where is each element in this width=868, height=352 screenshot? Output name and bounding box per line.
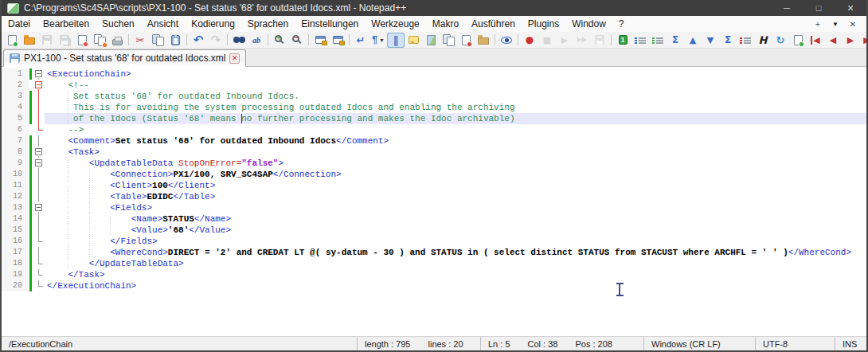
code-line[interactable]: 4 This is for avoiding the system proces… — [2, 102, 866, 113]
copy-icon[interactable] — [149, 33, 166, 48]
close-button[interactable]: ✕ — [835, 0, 866, 16]
result-flag-icon[interactable]: 1 — [614, 33, 631, 48]
code-text[interactable]: </ExecutionChain> — [45, 280, 866, 291]
redo-icon[interactable]: ↷ — [207, 33, 225, 48]
code-line[interactable]: 12 <Table>EDIDC</Table> — [2, 191, 866, 202]
close-tab-button[interactable]: ✕ — [846, 20, 860, 29]
document-list-icon[interactable] — [440, 33, 457, 48]
code-text[interactable]: --> — [45, 124, 866, 135]
list-green-icon[interactable] — [649, 33, 667, 48]
undo-icon[interactable]: ↶ — [190, 33, 207, 48]
code-text[interactable]: </Task> — [45, 269, 866, 280]
code-line[interactable]: 9 <UpdateTableData StopOnError="false"> — [2, 158, 866, 169]
cut-icon[interactable]: ✂ — [131, 33, 149, 48]
menu-item-makro[interactable]: Makro — [426, 16, 465, 32]
menu-item-window[interactable]: Window — [565, 16, 612, 32]
code-text[interactable]: <Connection>PX1/100, SRV_SC4SAP</Connect… — [45, 169, 866, 180]
new-tab-button[interactable]: + — [811, 20, 825, 29]
macro-save-icon[interactable] — [591, 33, 608, 48]
fold-marker[interactable] — [33, 158, 45, 169]
fold-marker[interactable] — [33, 68, 45, 80]
list-red-icon[interactable] — [737, 33, 754, 48]
code-line[interactable]: 15 <Value>'68'</Value> — [2, 225, 866, 236]
status-eol-format[interactable]: Windows (CR LF) — [643, 337, 755, 350]
code-line[interactable]: 17 <WhereCond>DIRECT = '2' and CREDAT LT… — [2, 247, 866, 258]
show-all-characters-icon[interactable]: ¶▼ — [369, 33, 387, 48]
folder-workspace-icon[interactable] — [475, 33, 492, 48]
status-insert-mode[interactable]: INS — [835, 337, 866, 350]
print-icon[interactable] — [108, 33, 126, 48]
close-all-icon[interactable] — [91, 33, 108, 48]
replace-icon[interactable]: ab — [248, 33, 265, 48]
menu-item-werkzeuge[interactable]: Werkzeuge — [365, 16, 425, 32]
indent-guide-icon[interactable]: ∥ — [387, 33, 405, 48]
menu-item-suchen[interactable]: Suchen — [96, 16, 141, 32]
code-text[interactable]: of the Idocs (Status '68' means no furth… — [45, 113, 866, 124]
function-list-icon[interactable] — [457, 33, 475, 48]
code-line[interactable]: 6 --> — [2, 124, 866, 135]
nav-next-icon[interactable]: ▶ — [842, 33, 859, 48]
align-bottom-icon[interactable]: Σ — [719, 33, 737, 48]
paste-icon[interactable] — [166, 33, 184, 48]
macro-stop-icon[interactable]: ■ — [538, 33, 556, 48]
macro-run-multi-icon[interactable]: ▶▶ — [573, 33, 591, 48]
restore-session-icon[interactable] — [311, 33, 329, 48]
code-text[interactable]: <Task> — [45, 147, 866, 158]
code-line[interactable]: 1<ExecutionChain> — [2, 68, 866, 80]
move-up-icon[interactable]: ▲ — [684, 33, 702, 48]
xml-refresh-icon[interactable]: ↻ — [772, 33, 789, 48]
menu-item-sprachen[interactable]: Sprachen — [241, 16, 295, 32]
code-text[interactable]: <Comment>Set status '68' for outdated In… — [45, 135, 866, 147]
code-line[interactable]: 13 <Fields> — [2, 202, 866, 213]
code-text[interactable]: <WhereCond>DIRECT = '2' and CREDAT LT @(… — [45, 247, 866, 258]
new-file-icon[interactable] — [3, 33, 21, 48]
zoom-out-icon[interactable]: − — [288, 33, 306, 48]
document-map-icon[interactable] — [422, 33, 440, 48]
code-text[interactable]: </Fields> — [45, 236, 866, 247]
menu-item-einstellungen[interactable]: Einstellungen — [295, 16, 365, 32]
nav-prev-icon[interactable]: ◀ — [824, 33, 842, 48]
code-area[interactable]: 1<ExecutionChain>2 <!--3 Set status '68'… — [2, 67, 866, 336]
tab-active[interactable]: PX1-100 - Set status '68' for outdated I… — [3, 49, 246, 67]
code-line[interactable]: 14 <Name>STATUS</Name> — [2, 213, 866, 225]
code-text[interactable]: Set status '68' for outdated Inbound Ido… — [45, 91, 866, 102]
code-text[interactable]: <Value>'68'</Value> — [45, 225, 866, 236]
code-text[interactable]: <ExecutionChain> — [45, 68, 866, 80]
code-text[interactable]: <Name>STATUS</Name> — [45, 213, 866, 225]
code-text[interactable]: <!-- — [45, 80, 866, 91]
code-line[interactable]: 7 <Comment>Set status '68' for outdated … — [2, 135, 866, 147]
macro-record-icon[interactable]: ● — [521, 33, 538, 48]
code-line[interactable]: 5 of the Idocs (Status '68' means no fur… — [2, 113, 866, 124]
menu-item-kodierung[interactable]: Kodierung — [185, 16, 241, 32]
user-dialog-icon[interactable] — [405, 33, 422, 48]
code-line[interactable]: 20</ExecutionChain> — [2, 280, 866, 291]
move-down-icon[interactable]: ▼ — [702, 33, 719, 48]
status-encoding[interactable]: UTF-8 — [755, 337, 835, 350]
zoom-in-icon[interactable]: + — [271, 33, 288, 48]
code-text[interactable]: <Client>100</Client> — [45, 180, 866, 191]
code-line[interactable]: 11 <Client>100</Client> — [2, 180, 866, 191]
code-line[interactable]: 2 <!-- — [2, 80, 866, 91]
code-line[interactable]: 19 </Task> — [2, 269, 866, 280]
align-top-icon[interactable]: Σ — [667, 33, 684, 48]
macro-play-icon[interactable]: ▶ — [556, 33, 573, 48]
word-wrap-icon[interactable]: ↵ — [352, 33, 369, 48]
code-text[interactable]: </UpdateTableData> — [45, 258, 866, 269]
close-file-icon[interactable] — [73, 33, 91, 48]
menu-item-hilfe[interactable]: ? — [612, 16, 631, 32]
find-icon[interactable] — [230, 33, 248, 48]
tab-list-button[interactable]: ▼ — [828, 21, 843, 28]
code-text[interactable]: <Table>EDIDC</Table> — [45, 191, 866, 202]
file-monitoring-icon[interactable] — [498, 33, 515, 48]
code-line[interactable]: 10 <Connection>PX1/100, SRV_SC4SAP</Conn… — [2, 169, 866, 180]
menu-item-ansicht[interactable]: Ansicht — [141, 16, 185, 32]
open-file-icon[interactable] — [21, 33, 38, 48]
fold-marker[interactable] — [33, 80, 45, 91]
nav-first-icon[interactable]: ◀ — [807, 33, 824, 48]
code-line[interactable]: 8 <Task> — [2, 147, 866, 158]
menu-item-ausfuehren[interactable]: Ausführen — [465, 16, 522, 32]
nav-last-icon[interactable]: ▶ — [859, 33, 866, 48]
code-line[interactable]: 16 </Fields> — [2, 236, 866, 247]
fold-marker[interactable] — [33, 202, 45, 213]
html-tag-icon[interactable]: H — [754, 33, 772, 48]
